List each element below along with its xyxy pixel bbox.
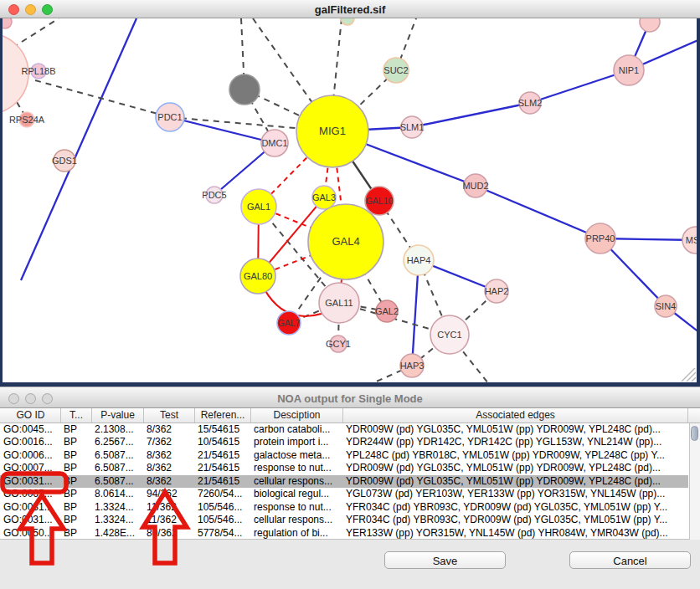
table-cell: BP — [61, 488, 95, 500]
node-label-HAP2: HAP2 — [485, 286, 509, 296]
table-row[interactable]: GO:0065...BP8.0614...94/3627260/54...bio… — [0, 488, 688, 500]
table-cell: GO:0031... — [1, 501, 64, 514]
table-cell: 8/362 — [144, 423, 198, 436]
table-row[interactable]: GO:0031...BP1.3324...11/362105/546...res… — [0, 501, 688, 514]
table-cell: 6.5087... — [92, 449, 147, 462]
node-label-HAP3: HAP3 — [400, 361, 425, 371]
table-cell: 15/54615 — [195, 423, 255, 436]
table-cell: galactose meta... — [251, 449, 347, 462]
resize-grip-icon[interactable] — [678, 368, 697, 382]
scrollbar-thumb[interactable] — [691, 426, 698, 441]
table-cell: GO:0016... — [1, 436, 64, 448]
node-GRAY[interactable] — [229, 74, 260, 105]
table-body[interactable]: GO:0045...BP2.1308...8/36215/54615carbon… — [0, 423, 700, 540]
table-cell: YGL073W (pd) YER103W, YER133W (pp) YOR31… — [343, 488, 692, 500]
column-header-6[interactable]: Associated edges — [343, 408, 688, 423]
edge — [21, 18, 136, 280]
network-window-titlebar[interactable]: galFiltered.sif — [0, 0, 700, 18]
table-cell: BP — [61, 475, 95, 488]
table-cell: BP — [61, 462, 95, 474]
table-cell: 5778/54... — [195, 527, 255, 540]
node-label-GDS1: GDS1 — [52, 156, 77, 166]
node-corner-frag[interactable] — [3, 18, 12, 28]
node-label-GAL4: GAL4 — [332, 235, 359, 248]
node-label-GAL2: GAL2 — [375, 306, 399, 316]
node-green-frag[interactable] — [341, 18, 354, 25]
table-cell: cellular respons... — [251, 475, 347, 488]
table-cell: regulation of bi... — [251, 527, 347, 540]
table-cell: protein import i... — [251, 436, 347, 448]
screen: { "network_window": { "title": "galFilte… — [0, 0, 700, 589]
table-cell: biological regul... — [251, 488, 347, 500]
column-header-3[interactable]: Test — [144, 408, 195, 423]
table-row[interactable]: GO:0045...BP2.1308...8/36215/54615carbon… — [0, 423, 688, 436]
cancel-button[interactable]: Cancel — [569, 551, 691, 569]
table-cell: GO:0050... — [1, 527, 64, 540]
network-frame-right — [697, 18, 700, 387]
table-cell: BP — [61, 527, 95, 540]
table-row[interactable]: GO:0007...BP6.5087...8/36221/54615respon… — [0, 462, 688, 474]
table-cell: 6.5087... — [92, 475, 147, 488]
column-header-2[interactable]: P-value — [92, 408, 144, 423]
node-label-SUC2: SUC2 — [383, 65, 408, 75]
table-cell: 7/362 — [144, 436, 198, 448]
node-label-RPL18B: RPL18B — [22, 66, 56, 76]
node-label-GAL7: GAL7 — [278, 318, 301, 328]
column-header-4[interactable]: Referen... — [195, 408, 251, 423]
save-button[interactable]: Save — [384, 551, 506, 569]
edge — [412, 260, 419, 366]
table-cell: BP — [61, 501, 95, 514]
node-label-RPS24A: RPS24A — [9, 115, 45, 125]
table-cell: 1.428E... — [92, 527, 147, 540]
edge — [13, 18, 59, 48]
table-cell: GO:0045... — [1, 423, 64, 436]
table-row[interactable]: GO:0016...BP6.2567...7/36210/54615protei… — [0, 436, 688, 448]
table-cell: response to nut... — [251, 462, 347, 474]
table-header-row[interactable]: GO IDT...P-valueTestReferen...Desciption… — [0, 408, 700, 423]
table-cell: 6.2567... — [92, 436, 147, 448]
table-cell: GO:0065... — [1, 488, 64, 500]
table-cell: GO:0006... — [1, 449, 64, 462]
column-header-1[interactable]: T... — [61, 408, 92, 423]
table-cell: 105/546... — [195, 514, 255, 526]
node-label-GAL10: GAL10 — [366, 196, 394, 206]
edge — [412, 103, 530, 127]
table-cell: YER133W (pp) YOR315W, YNL145W (pd) YHR08… — [343, 527, 692, 540]
edge — [170, 117, 275, 143]
node-label-GAL1: GAL1 — [247, 202, 270, 212]
table-cell: 2.1308... — [92, 423, 147, 436]
column-header-0[interactable]: GO ID — [1, 408, 61, 423]
network-window-title: galFiltered.sif — [0, 3, 700, 16]
table-cell: cellular respons... — [251, 514, 347, 526]
noa-window-title: NOA output for Single Mode — [0, 392, 700, 405]
table-cell: YDR244W (pp) YDR142C, YDR142C (pp) YGL15… — [343, 436, 692, 448]
node-label-GAL11: GAL11 — [325, 298, 353, 308]
table-cell: 10/54615 — [195, 436, 255, 448]
table-cell: carbon cataboli... — [251, 423, 347, 436]
table-cell: 7260/54... — [195, 488, 255, 500]
node-label-SLM1: SLM1 — [400, 122, 425, 132]
table-cell: YDR009W (pd) YGL035C, YML051W (pp) YDR00… — [343, 475, 692, 488]
table-cell: 8.0614... — [92, 488, 147, 500]
table-cell: 105/546... — [195, 501, 255, 514]
table-row[interactable]: GO:0050...BP1.428E...80/3625778/54...reg… — [0, 527, 688, 540]
column-header-5[interactable]: Desciption — [251, 408, 343, 423]
edge — [476, 186, 600, 238]
node-label-MUD2: MUD2 — [462, 181, 488, 191]
table-row[interactable]: GO:0006...BP6.5087...8/36221/54615galact… — [0, 449, 688, 462]
node-label-MSN: MSN — [686, 235, 697, 245]
node-label-GAL3: GAL3 — [312, 192, 336, 202]
network-frame-left — [0, 18, 3, 387]
node-label-PRP40: PRP40 — [586, 233, 615, 243]
table-row[interactable]: GO:0031...BP6.5087...8/36221/54615cellul… — [0, 475, 688, 488]
node-label-SLM2: SLM2 — [518, 98, 543, 108]
node-top-right-frag[interactable] — [640, 18, 660, 32]
edge — [35, 80, 170, 117]
table-cell: YDR009W (pd) YGL035C, YML051W (pp) YDR00… — [343, 462, 692, 474]
table-cell: 1.3324... — [92, 514, 147, 526]
noa-window-titlebar[interactable]: NOA output for Single Mode — [0, 387, 700, 408]
table-cell: response to nut... — [251, 501, 347, 514]
table-row[interactable]: GO:0031...BP1.3324...11/362105/546...cel… — [0, 514, 688, 526]
network-canvas[interactable]: RPL18BRPS24AGDS1PDC1DMC1MIG1SUC2SLM1SLM2… — [3, 18, 697, 382]
node-label-GCY1: GCY1 — [326, 339, 351, 349]
